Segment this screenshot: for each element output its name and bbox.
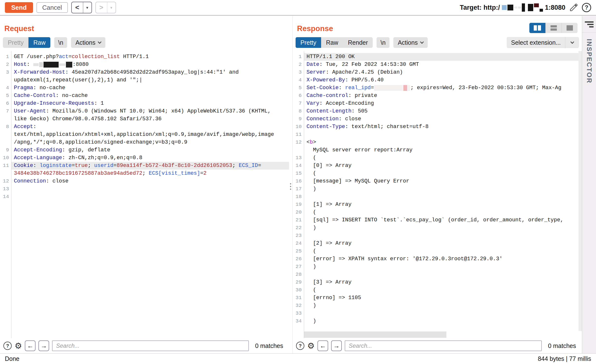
edit-target-icon[interactable] [569,3,578,12]
search-next-button[interactable]: → [38,340,49,351]
response-horizontal-scrollbar[interactable] [304,331,446,338]
code-line[interactable]: updatexml(1,repeat(user(),2),1) and '";| [0,76,289,84]
code-line[interactable]: 11Cookie: loginstate=true; userid=89ea11… [0,162,289,170]
inspector-tab-label[interactable]: INSPECTOR [585,39,593,84]
code-line[interactable]: 9Accept-Encoding: gzip, deflate [0,146,289,154]
response-vertical-scrollbar[interactable] [578,51,582,331]
search-settings-gear-icon[interactable]: ⚙ [307,342,315,350]
forward-dropdown-caret-icon[interactable]: ▾ [107,5,116,10]
code-line[interactable]: 21 [sql] => INSERT INTO `test`.`ecs_pay_… [293,216,582,224]
code-line[interactable]: 4X-Powered-By: PHP/5.6.40 [293,76,582,84]
request-actions-button[interactable]: Actions [71,37,105,48]
code-line[interactable]: 29 [3] => Array [293,278,582,286]
code-line[interactable]: 5Set-Cookie: real_ipd=; expires=Wed, 23-… [293,84,582,92]
search-settings-gear-icon[interactable]: ⚙ [15,342,22,350]
request-search-input[interactable] [52,340,249,351]
code-line[interactable]: 4Pragma: no-cache [0,84,289,92]
code-line[interactable]: 13 ( [293,154,582,162]
tab-request-pretty[interactable]: Pretty [3,37,28,48]
search-help-icon[interactable]: ? [3,342,12,350]
request-editor[interactable]: 1GET /user.php?act=collection_list HTTP/… [0,51,289,338]
code-line[interactable]: 26 [error] => XPATH syntax error: '@172.… [293,255,582,263]
code-line[interactable]: 14 [0] => Array [293,162,582,170]
code-line[interactable]: 12<b> [293,139,582,146]
code-line[interactable]: 7Vary: Accept-Encoding [293,100,582,107]
code-line[interactable]: 2Date: Tue, 22 Feb 2022 14:53:30 GMT [293,61,582,69]
splitter-grip-icon[interactable] [290,183,291,190]
layout-single-button[interactable] [561,23,578,33]
history-forward-button[interactable]: > ▾ [95,2,116,13]
code-line[interactable]: 8Accept: [0,123,289,131]
inspector-sidebar[interactable]: INSPECTOR [582,16,596,353]
code-line[interactable]: 5Cache-Control: no-cache [0,92,289,100]
code-line[interactable]: 34 ) [293,317,582,325]
search-prev-button[interactable]: ← [317,340,328,351]
select-extension-dropdown[interactable]: Select extension... [507,37,579,48]
code-line[interactable]: 31 [errno] => 1105 [293,294,582,302]
response-editor[interactable]: 1HTTP/1.1 200 OK2Date: Tue, 22 Feb 2022 … [293,51,582,338]
code-line[interactable]: 7User-Agent: Mozilla/5.0 (Windows NT 10.… [0,107,289,115]
layout-rows-button[interactable] [545,23,561,33]
code-line[interactable]: 15 ( [293,170,582,177]
code-line[interactable]: 24 [2] => Array [293,240,582,247]
response-view-tabs: Pretty Raw Render [296,37,373,48]
code-line[interactable]: 6Upgrade-Insecure-Requests: 1 [0,100,289,107]
send-button[interactable]: Send [5,2,33,13]
code-line[interactable]: 18 [293,193,582,201]
code-line[interactable]: 30 ( [293,286,582,294]
code-line[interactable]: 12Connection: close [0,177,289,185]
code-line[interactable]: 3484e38b746278bc1916725887ab3ae94ad5ed72… [0,170,289,177]
status-metrics: 844 bytes | 77 millis [538,355,591,362]
layout-columns-button[interactable] [529,23,545,33]
tab-response-render[interactable]: Render [343,37,373,48]
response-actions-button[interactable]: Actions [393,37,428,48]
cancel-button[interactable]: Cancel [36,2,68,13]
request-newline-toggle[interactable]: \n [54,37,67,48]
response-newline-toggle[interactable]: \n [377,37,389,48]
code-line[interactable]: 25 ( [293,247,582,255]
search-next-button[interactable]: → [331,340,342,351]
code-line[interactable]: 22 ) [293,224,582,232]
code-line[interactable]: text/html,application/xhtml+xml,applicat… [0,131,289,139]
history-back-button[interactable]: < ▾ [71,2,92,13]
code-line[interactable]: 19 [1] => Array [293,201,582,208]
line-number: 31 [293,294,304,302]
redacted-value [39,62,43,67]
code-line[interactable]: 1HTTP/1.1 200 OK [293,53,582,61]
code-line[interactable]: 9Connection: close [293,115,582,123]
code-line[interactable]: like Gecko) Chrome/98.0.4758.102 Safari/… [0,115,289,123]
panel-splitter[interactable] [289,16,292,353]
code-line[interactable]: 3Server: Apache/2.4.25 (Debian) [293,69,582,76]
search-prev-button[interactable]: ← [25,340,36,351]
code-line[interactable]: 2Host: :8080 [0,61,289,69]
tab-response-raw[interactable]: Raw [321,37,343,48]
back-dropdown-caret-icon[interactable]: ▾ [83,5,91,10]
line-number: 13 [293,154,304,162]
code-line[interactable]: 17 ) [293,185,582,193]
code-line[interactable]: 33 [293,310,582,317]
response-search-input[interactable] [345,340,542,351]
code-line[interactable]: 10Content-Type: text/html; charset=utf-8 [293,123,582,131]
code-line[interactable]: MySQL server error report:Array [293,146,582,154]
code-line[interactable]: 1GET /user.php?act=collection_list HTTP/… [0,53,289,61]
code-line[interactable]: 14 [0,193,289,201]
code-line[interactable]: 16 [message] => MySQL Query Error [293,177,582,185]
code-line[interactable]: 32 ) [293,302,582,310]
code-line[interactable]: 8Content-Length: 505 [293,107,582,115]
code-line[interactable]: 10Accept-Language: zh-CN,zh;q=0.9,en;q=0… [0,154,289,162]
code-line[interactable]: 11 [293,131,582,139]
tab-response-pretty[interactable]: Pretty [296,37,321,48]
code-line[interactable]: 27 ) [293,263,582,271]
collapse-filter-icon[interactable] [585,21,594,27]
code-line[interactable]: 28 [293,271,582,278]
code-line[interactable]: 3X-Forwarded-Host: 45ea207d7a2b68c49582d… [0,69,289,76]
code-line[interactable]: 13 [0,185,289,193]
help-icon[interactable]: ? [582,3,591,12]
code-line[interactable]: 20 ( [293,208,582,216]
tab-request-raw[interactable]: Raw [28,37,50,48]
search-help-icon[interactable]: ? [296,342,304,350]
code-line[interactable]: /apng,*/*;q=0.8,application/signed-excha… [0,139,289,146]
code-line[interactable]: 23 [293,232,582,240]
code-line[interactable]: 6Cache-control: private [293,92,582,100]
response-search-matches: 0 matches [548,342,576,349]
